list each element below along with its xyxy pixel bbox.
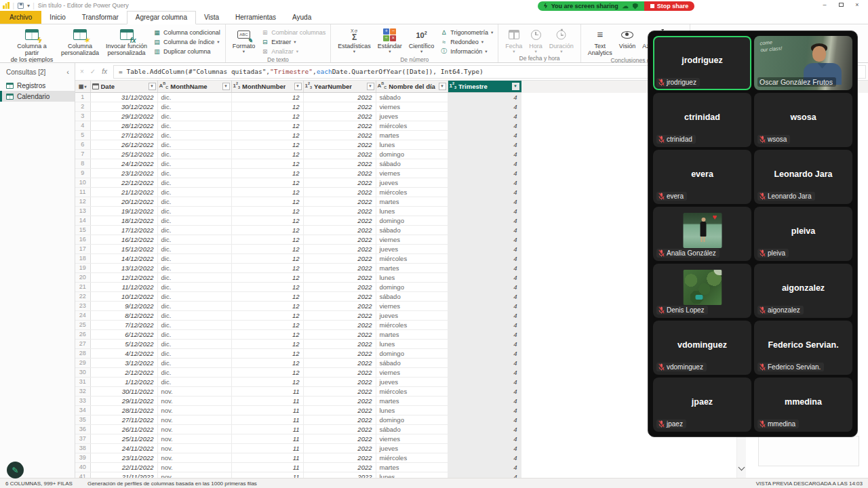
participant-tile-analia-gonzalez[interactable]: ♥Analia González [653, 207, 751, 261]
table-row[interactable]: 2111/12/2022dic.122022domingo4 [75, 282, 521, 291]
table-row[interactable]: 2210/12/2022dic.122022sábado4 [75, 291, 521, 301]
ribbon-button-analizar[interactable]: ⊠Analizar▾ [261, 47, 326, 56]
ribbon-button-invocar-funcion-personalizada[interactable]: fxInvocar función personalizada [102, 25, 151, 56]
query-item-calendario[interactable]: Calendario [0, 91, 75, 102]
participant-tile-evera[interactable]: everaevera [653, 150, 751, 204]
table-row[interactable]: 275/12/2022dic.122022lunes4 [75, 339, 521, 348]
meeting-participants-overlay[interactable]: jrodriguezjrodriguezcomeour class!Oscar … [648, 30, 858, 437]
ribbon-button-estandar[interactable]: +−÷×Estándar▾ [374, 25, 406, 53]
table-row[interactable]: 1715/12/2022dic.122022jueves4 [75, 244, 521, 253]
ribbon-button-columna-personalizada[interactable]: ✶Columna personalizada [58, 25, 102, 56]
table-row[interactable]: 1814/12/2022dic.122022miércoles4 [75, 253, 521, 263]
table-row[interactable]: 1517/12/2022dic.122022sábado4 [75, 225, 521, 235]
ribbon-button-fecha[interactable]: Fecha▾ [502, 25, 526, 53]
table-row[interactable]: 284/12/2022dic.122022domingo4 [75, 348, 521, 358]
table-row[interactable]: 3230/11/2022nov.112022miércoles4 [75, 386, 521, 396]
table-row[interactable]: 2012/12/2022dic.122022lunes4 [75, 272, 521, 282]
table-row[interactable]: 4121/11/2022nov.112022lunes4 [75, 472, 521, 478]
tab-ayuda[interactable]: Ayuda [284, 12, 319, 24]
table-row[interactable]: 4022/11/2022nov.112022martes4 [75, 462, 521, 472]
ribbon-button-duplicar-columna[interactable]: ▥Duplicar columna [153, 47, 220, 56]
table-row[interactable]: 239/12/2022dic.122022viernes4 [75, 301, 521, 310]
ribbon-button-trigonometria[interactable]: ∆Trigonometría▾ [440, 28, 493, 37]
participant-tile-denis-lopez[interactable]: Denis Lopez [653, 264, 751, 318]
participant-tile-oscar-gonzalez-frutos[interactable]: comeour class!Oscar González Frutos [754, 36, 852, 90]
ribbon-button-informacion[interactable]: ⓘInformación▾ [440, 47, 493, 56]
ribbon-button-duracion[interactable]: Duración▾ [546, 25, 577, 53]
ribbon-button-estadisticas[interactable]: ΧσΣEstadísticas▾ [334, 25, 374, 53]
table-row[interactable]: 923/12/2022dic.122022viernes4 [75, 168, 521, 178]
table-row[interactable]: 1220/12/2022dic.122022martes4 [75, 197, 521, 206]
ribbon-button-text-analytics[interactable]: ≡Text Analytics [585, 25, 616, 56]
close-button[interactable]: × [849, 0, 865, 9]
participant-tile-jrodriguez[interactable]: jrodriguezjrodriguez [653, 36, 751, 90]
ribbon-button-combinar-columnas[interactable]: ⊞Combinar columnas [261, 28, 326, 37]
confirm-formula-icon[interactable]: ✓ [90, 68, 96, 75]
ribbon-button-extraer[interactable]: ⊟Extraer▾ [261, 37, 326, 46]
table-row[interactable]: 1913/12/2022dic.122022martes4 [75, 263, 521, 272]
table-row[interactable]: 131/12/2022dic.122022sábado4 [75, 92, 521, 102]
restore-button[interactable] [833, 0, 849, 9]
ribbon-button-columna-a-partir-de-los-ejemplos[interactable]: ϟColumna a partir de los ejemplos▾ [6, 25, 58, 63]
participant-tile-jpaez[interactable]: jpaezjpaez [653, 378, 751, 432]
table-row[interactable]: 3626/11/2022nov.112022sábado4 [75, 424, 521, 434]
column-header-trimestre[interactable]: 123Trimestre▼ [448, 81, 521, 92]
save-icon[interactable] [18, 3, 24, 9]
ribbon-button-cientifico[interactable]: 102Científico▾ [406, 25, 438, 53]
tab-agregar-columna[interactable]: Agregar columna [127, 11, 196, 24]
participant-tile-federico-servian[interactable]: Federico Servian.Federico Servian. [754, 321, 852, 375]
table-row[interactable]: 329/12/2022dic.122022jueves4 [75, 111, 521, 121]
filter-dropdown-icon[interactable]: ▼ [294, 83, 302, 90]
ribbon-button-hora[interactable]: Hora▾ [526, 25, 546, 53]
table-row[interactable]: 1319/12/2022dic.122022lunes4 [75, 206, 521, 216]
table-row[interactable]: 3527/11/2022nov.112022domingo4 [75, 415, 521, 424]
column-header-monthnumber[interactable]: 123MonthNumber▼ [231, 81, 303, 92]
tab-herramientas[interactable]: Herramientas [227, 12, 284, 24]
tab-transformar[interactable]: Transformar [74, 12, 127, 24]
table-row[interactable]: 230/12/2022dic.122022viernes4 [75, 102, 521, 111]
table-row[interactable]: 302/12/2022dic.122022viernes4 [75, 367, 521, 377]
query-item-registros[interactable]: Registros [0, 80, 75, 91]
filter-dropdown-icon[interactable]: ▼ [367, 83, 374, 90]
table-row[interactable]: 1616/12/2022dic.122022viernes4 [75, 235, 521, 244]
table-row[interactable]: 293/12/2022dic.122022sábado4 [75, 358, 521, 367]
table-row[interactable]: 725/12/2022dic.122022domingo4 [75, 149, 521, 159]
filter-dropdown-icon[interactable]: ▼ [512, 83, 519, 90]
filter-dropdown-icon[interactable]: ▼ [149, 83, 156, 90]
tab-inicio[interactable]: Inicio [41, 12, 73, 24]
stop-share-button[interactable]: Stop share [644, 1, 695, 11]
table-row[interactable]: 3923/11/2022nov.112022miércoles4 [75, 453, 521, 462]
participant-tile-vdominguez[interactable]: vdominguezvdominguez [653, 321, 751, 375]
ribbon-button-columna-de-indice[interactable]: ▤Columna de índice▾ [153, 37, 220, 46]
ribbon-button-vision[interactable]: Visión [616, 25, 639, 49]
table-row[interactable]: 1022/12/2022dic.122022jueves4 [75, 178, 521, 187]
participant-tile-leonardo-jara[interactable]: Leonardo JaraLeonardo Jara [754, 150, 852, 204]
tab-vista[interactable]: Vista [196, 12, 227, 24]
table-row[interactable]: 311/12/2022dic.122022jueves4 [75, 377, 521, 386]
table-row[interactable]: 428/12/2022dic.122022miércoles4 [75, 121, 521, 130]
ribbon-button-redondeo[interactable]: ≈Redondeo▾ [440, 37, 493, 46]
table-row[interactable]: 824/12/2022dic.122022sábado4 [75, 159, 521, 168]
table-row[interactable]: 3329/11/2022nov.112022martes4 [75, 396, 521, 405]
table-row[interactable]: 266/12/2022dic.122022martes4 [75, 329, 521, 339]
column-header-nombre-del-dia[interactable]: ABCNombre del día▼ [376, 81, 448, 92]
filter-dropdown-icon[interactable]: ▼ [439, 83, 446, 90]
cancel-formula-icon[interactable]: × [80, 68, 84, 75]
participant-tile-ctrinidad[interactable]: ctrinidadctrinidad [653, 93, 751, 147]
annotate-pencil-button[interactable]: ✎ [7, 462, 24, 479]
filter-dropdown-icon[interactable]: ▼ [222, 83, 230, 90]
table-row[interactable]: 257/12/2022dic.122022miércoles4 [75, 320, 521, 329]
table-row[interactable]: 3725/11/2022nov.112022viernes4 [75, 434, 521, 443]
table-row[interactable]: 3428/11/2022nov.112022lunes4 [75, 405, 521, 415]
participant-tile-wsosa[interactable]: wsosawsosa [754, 93, 852, 147]
table-corner-button[interactable]: ▦▾ [75, 81, 90, 92]
table-row[interactable]: 626/12/2022dic.122022lunes4 [75, 140, 521, 149]
quick-access-toolbar-dropdown-icon[interactable]: ▾ [27, 3, 29, 9]
column-header-date[interactable]: Date▼ [90, 81, 157, 92]
tab-archivo[interactable]: Archivo [0, 11, 41, 24]
table-row[interactable]: 527/12/2022dic.122022martes4 [75, 130, 521, 140]
screen-sharing-banner[interactable]: ϟ You are screen sharing ☁ Stop share [538, 1, 694, 11]
status-profiling-info[interactable]: Generación de perfiles de columnas basad… [87, 481, 756, 487]
column-header-monthname[interactable]: ABCMonthName▼ [157, 81, 231, 92]
collapse-pane-icon[interactable]: ‹ [66, 68, 69, 76]
